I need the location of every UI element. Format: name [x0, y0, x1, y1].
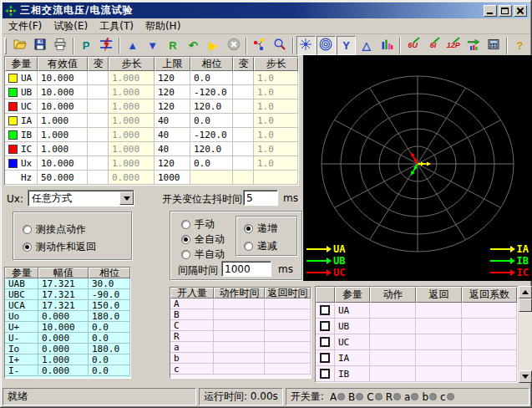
vary-cell[interactable] [233, 171, 254, 185]
column-header[interactable]: 步长 [254, 57, 298, 71]
step-down-button[interactable]: ▼ [143, 36, 162, 55]
vary-cell[interactable] [88, 171, 109, 185]
menu-item[interactable]: 工具(T) [94, 18, 139, 34]
step-up-button[interactable]: ▲ [123, 36, 142, 55]
rms-cell[interactable]: 1.000 [38, 128, 88, 142]
column-header[interactable]: 变 [233, 57, 254, 71]
p-control-button[interactable]: P [77, 36, 96, 55]
step-cell[interactable]: 1.000 [109, 114, 155, 128]
limit-cell[interactable]: 40 [155, 142, 190, 156]
phase-step-cell[interactable]: 1.0 [254, 114, 298, 128]
menu-item[interactable]: 文件(F) [3, 18, 48, 34]
stop-test-button[interactable] [224, 36, 243, 55]
radio-option[interactable]: 测接点动作 [23, 222, 86, 237]
circle-view-button[interactable] [317, 36, 336, 55]
vary-cell[interactable] [233, 128, 254, 142]
limit-cell[interactable]: 120 [155, 156, 190, 171]
step-cell[interactable]: 1.000 [109, 85, 155, 99]
phase-cell[interactable]: 120.0 [190, 142, 233, 156]
phase-cell[interactable]: 0.0 [190, 114, 233, 128]
minimize-button[interactable] [484, 5, 497, 17]
help-button[interactable]: ? [510, 36, 529, 55]
step-cell[interactable]: 1.000 [109, 128, 155, 142]
vary-cell[interactable] [88, 114, 109, 128]
close-button[interactable] [514, 5, 527, 17]
limit-cell[interactable]: 40 [155, 128, 190, 142]
column-header[interactable]: 开入量 [170, 288, 214, 298]
twelve-p-button[interactable]: 12P [443, 36, 463, 55]
rms-cell[interactable]: 1.000 [38, 114, 88, 128]
vary-cell[interactable] [233, 71, 254, 85]
row-checkbox[interactable] [320, 337, 330, 347]
phase-cell[interactable]: -120.0 [190, 128, 233, 142]
column-header[interactable]: 参量 [5, 268, 38, 278]
column-header[interactable]: 相位 [89, 268, 130, 278]
radio-option[interactable]: 半自动 [181, 247, 225, 262]
zoom-button[interactable] [270, 36, 289, 55]
step-cell[interactable]: 1.000 [109, 156, 155, 171]
scrollbar-thumb[interactable] [519, 298, 532, 312]
step-cell[interactable]: 1.000 [109, 142, 155, 156]
phase-cell[interactable]: 120.0 [190, 99, 233, 114]
ux-mode-dropdown[interactable]: 任意方式 [28, 190, 134, 207]
radio-icon[interactable] [181, 250, 190, 259]
limit-cell[interactable]: 120 [155, 99, 190, 114]
phase-step-cell[interactable]: 1.0 [254, 142, 298, 156]
rms-cell[interactable]: 1.000 [38, 142, 88, 156]
power-output-button[interactable] [97, 36, 116, 55]
column-header[interactable]: 上限 [155, 57, 190, 71]
column-header[interactable]: 参量 [5, 57, 38, 71]
rms-cell[interactable]: 10.000 [38, 85, 88, 99]
column-header[interactable]: 返回时间 [265, 288, 311, 298]
phase-cell[interactable]: 0.0 [190, 71, 233, 85]
scroll-up-icon[interactable] [519, 286, 532, 298]
six-i-button[interactable]: 6I [423, 36, 443, 55]
limit-cell[interactable]: 120 [155, 85, 190, 99]
save-button[interactable] [30, 36, 49, 55]
vector-view-button[interactable] [250, 36, 269, 55]
radio-option[interactable]: 递增 [244, 222, 277, 236]
vary-cell[interactable] [233, 156, 254, 171]
phase-step-cell[interactable] [254, 171, 298, 185]
radio-option[interactable]: 手动 [181, 217, 215, 232]
vary-cell[interactable] [88, 85, 109, 99]
delta-view-button[interactable]: △ [357, 36, 376, 55]
rms-cell[interactable]: 10.000 [38, 71, 88, 85]
scroll-down-icon[interactable] [519, 370, 532, 383]
print-button[interactable] [50, 36, 69, 55]
step-cell[interactable]: 0.000 [109, 171, 155, 185]
phase-step-cell[interactable]: 1.0 [254, 128, 298, 142]
radio-option[interactable]: 递减 [244, 239, 277, 253]
result-table-scrollbar[interactable] [519, 286, 532, 383]
column-header[interactable]: 相位 [190, 57, 233, 71]
row-checkbox[interactable] [320, 369, 330, 379]
column-header[interactable]: 参量 [335, 287, 370, 303]
column-header[interactable]: 返回 [416, 287, 462, 303]
column-header[interactable]: 变 [88, 57, 109, 71]
phase-cell[interactable]: 0.0 [190, 156, 233, 171]
row-checkbox[interactable] [320, 305, 330, 315]
limit-cell[interactable]: 120 [155, 71, 190, 85]
toolbar-grip[interactable] [4, 38, 7, 54]
rms-cell[interactable]: 10.000 [38, 156, 88, 171]
maximize-button[interactable] [499, 5, 512, 17]
reset-button[interactable]: R [163, 36, 182, 55]
phase-step-cell[interactable]: 1.0 [254, 99, 298, 114]
vary-cell[interactable] [88, 71, 109, 85]
radio-icon[interactable] [244, 224, 253, 233]
vary-cell[interactable] [88, 142, 109, 156]
six-u-button[interactable]: 6U [403, 36, 423, 55]
column-header[interactable]: 有效值 [38, 57, 88, 71]
row-checkbox[interactable] [320, 321, 330, 331]
column-header[interactable]: 动作时间 [214, 288, 265, 298]
vary-cell[interactable] [233, 114, 254, 128]
phase-step-cell[interactable]: 1.0 [254, 71, 298, 85]
debounce-input[interactable] [243, 190, 278, 206]
phase-cell[interactable] [190, 171, 233, 185]
bar-view-button[interactable] [377, 36, 396, 55]
menu-item[interactable]: 帮助(H) [139, 18, 186, 34]
interval-input[interactable] [221, 261, 271, 277]
start-test-button[interactable]: ▶ [204, 36, 223, 55]
limit-cell[interactable]: 40 [155, 114, 190, 128]
vary-cell[interactable] [233, 142, 254, 156]
